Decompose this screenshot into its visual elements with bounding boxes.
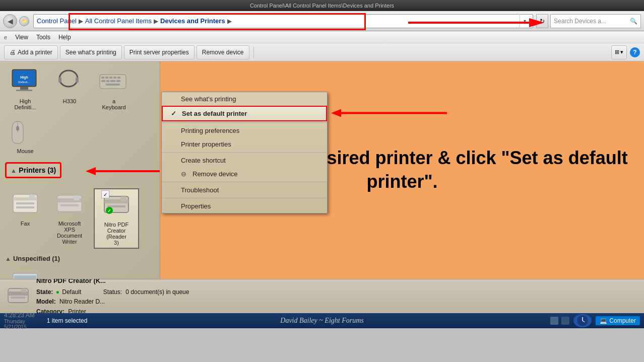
ctx-printer-props[interactable]: Printer properties: [162, 137, 327, 151]
printers-grid: Fax MicrosoftXPSDocumentWriter: [5, 188, 155, 249]
svg-rect-9: [58, 78, 61, 83]
device-item-monitor[interactable]: High Definiti... HighDefiniti...: [5, 66, 45, 112]
tray-icon-2: [561, 317, 569, 325]
printers-section-header[interactable]: ▲ Printers (3): [5, 162, 61, 178]
taskbar: 4:28:23 AM Thursday 5/21/2015 1 item sel…: [0, 313, 644, 328]
unspecified-section-header[interactable]: ▲ Unspecified (1): [5, 255, 155, 262]
ctx-troubleshoot[interactable]: Troubleshoot: [162, 183, 327, 197]
printers-arrow: [86, 167, 160, 177]
menu-tools[interactable]: Tools: [36, 34, 50, 41]
svg-rect-10: [76, 78, 79, 83]
svg-rect-29: [16, 206, 34, 208]
search-placeholder: Search Devices a...: [554, 18, 606, 25]
clock-widget[interactable]: [573, 314, 592, 327]
state-checkmark: ●: [56, 288, 59, 296]
menu-help[interactable]: Help: [58, 34, 71, 41]
svg-marker-25: [86, 167, 96, 175]
view-button[interactable]: ⊞ ▾: [611, 45, 627, 59]
ctx-set-default[interactable]: ✓ Set as default printer: [162, 106, 327, 121]
search-bar[interactable]: Search Devices a... 🔍: [550, 14, 641, 28]
back-button[interactable]: ◀: [3, 14, 17, 28]
ctx-separator-4: [162, 198, 327, 198]
toolbar: 🖨 Add a printer See what's printing Prin…: [0, 43, 644, 61]
h330-icon: [54, 68, 85, 96]
help-button[interactable]: ?: [630, 47, 640, 57]
breadcrumb-control-panel[interactable]: Control Panel: [37, 17, 77, 25]
left-panel: High Definiti... HighDefiniti... H330: [0, 61, 160, 279]
keyboard-icon: [99, 68, 129, 96]
svg-point-23: [16, 126, 19, 131]
state-label: State:: [36, 288, 53, 296]
ctx-remove-device[interactable]: ⊖ Remove device: [162, 167, 327, 181]
address-dropdown-btn[interactable]: ▾: [520, 14, 530, 28]
device-item-pluralInput[interactable]: Pluralinput_Keyboard_01: [5, 266, 45, 279]
printer-item-xps[interactable]: MicrosoftXPSDocumentWriter: [49, 188, 90, 249]
breadcrumb-all-items[interactable]: All Control Panel Items: [85, 17, 152, 25]
ctx-properties[interactable]: Properties: [162, 199, 327, 213]
printer-item-fax[interactable]: Fax: [5, 188, 45, 249]
ctx-separator-2: [162, 152, 327, 153]
svg-text:✓: ✓: [107, 208, 111, 213]
menu-view[interactable]: View: [15, 34, 28, 41]
status-value: 0 document(s) in queue: [125, 288, 189, 296]
svg-rect-15: [113, 77, 116, 79]
address-bar[interactable]: Control Panel ▶ All Control Panel Items …: [33, 14, 533, 28]
device-item-h330[interactable]: H330: [49, 66, 90, 112]
fax-icon: [11, 190, 39, 219]
svg-rect-28: [16, 202, 34, 204]
status-bar: Nitro PDF Creator (K... State: ● Default…: [0, 279, 644, 313]
pluralInput-icon: [11, 268, 39, 279]
print-server-props-button[interactable]: Print server properties: [124, 45, 195, 59]
svg-point-8: [59, 70, 78, 87]
xps-label: MicrosoftXPSDocumentWriter: [57, 221, 82, 245]
breadcrumb-devices-printers[interactable]: Devices and Printers: [160, 17, 225, 25]
unspecified-grid: Pluralinput_Keyboard_01: [5, 266, 155, 279]
context-menu: See what's printing ✓ Set as default pri…: [161, 92, 328, 213]
device-label-h330: H330: [63, 98, 76, 104]
state-value: Default: [62, 288, 81, 296]
svg-rect-48: [21, 288, 26, 293]
svg-rect-42: [14, 275, 36, 279]
see-whats-printing-button[interactable]: See what's printing: [60, 45, 122, 59]
ctx-separator-3: [162, 182, 327, 182]
svg-rect-14: [109, 77, 112, 79]
search-icon[interactable]: 🔍: [630, 18, 637, 25]
add-printer-button[interactable]: 🖨 Add a printer: [4, 45, 58, 59]
device-item-keyboard[interactable]: aKeyboard: [94, 66, 134, 112]
fax-label: Fax: [21, 221, 30, 227]
nitro-icon: ✓ ✓: [102, 191, 131, 220]
status-info: Nitro PDF Creator (K... State: ● Default…: [36, 276, 189, 316]
svg-rect-19: [110, 80, 115, 82]
mouse-icon: [10, 118, 40, 146]
svg-rect-16: [117, 77, 120, 79]
svg-rect-5: [16, 90, 32, 91]
unspecified-label: Unspecified (1): [13, 255, 60, 262]
printer-item-nitro[interactable]: ✓ ✓ Nitro PDFCreator(Reader3): [94, 188, 139, 249]
refresh-button[interactable]: ↻: [536, 14, 548, 28]
device-item-mouse[interactable]: Mouse: [5, 116, 45, 156]
taskbar-right: 💻 Computer: [550, 314, 640, 327]
items-selected-text: 1 item selected: [47, 317, 88, 324]
svg-rect-17: [101, 80, 105, 82]
nitro-checkbox: ✓: [101, 190, 109, 198]
nav-bar: ◀ 📁 Control Panel ▶ All Control Panel It…: [0, 11, 644, 31]
status-state-row: State: ● Default Status: 0 document(s) i…: [36, 287, 189, 297]
printers-toggle-icon: ▲: [11, 167, 17, 174]
title-text: Control Panel\All Control Panel Items\De…: [250, 3, 394, 9]
devices-grid: High Definiti... HighDefiniti... H330: [5, 66, 155, 156]
svg-rect-38: [120, 196, 126, 201]
back-indicator: e: [4, 34, 7, 40]
svg-rect-30: [29, 194, 35, 199]
remove-device-button[interactable]: Remove device: [197, 45, 249, 59]
device-label-monitor: HighDefiniti...: [15, 98, 36, 110]
system-tray: [550, 317, 569, 325]
computer-button[interactable]: 💻 Computer: [596, 316, 640, 325]
ctx-printing-prefs[interactable]: Printing preferences: [162, 124, 327, 137]
computer-label: Computer: [609, 317, 636, 324]
printers-label: Printers (3): [19, 166, 56, 174]
ctx-see-whats-printing[interactable]: See what's printing: [162, 92, 327, 106]
tray-icon-1: [550, 317, 558, 325]
unspecified-toggle-icon: ▲: [5, 255, 11, 262]
ctx-create-shortcut[interactable]: Create shortcut: [162, 154, 327, 167]
nitro-label: Nitro PDFCreator(Reader3): [104, 222, 128, 246]
